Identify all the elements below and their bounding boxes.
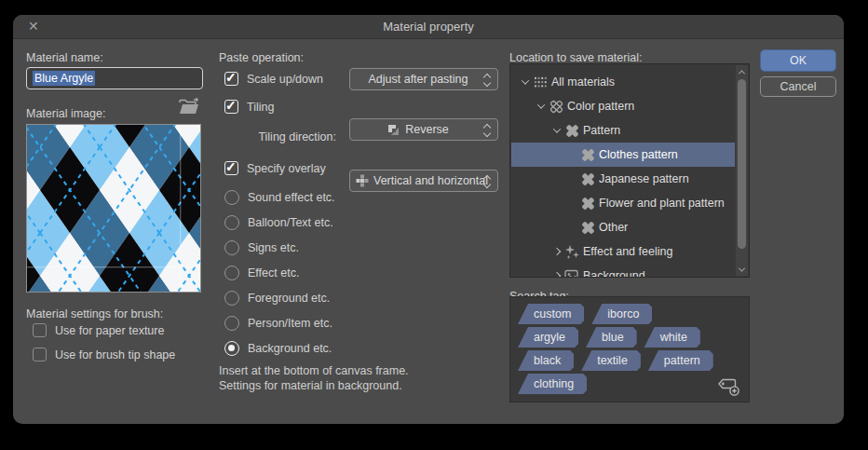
image-icon bbox=[563, 268, 580, 278]
paste-operation-label: Paste operation: bbox=[219, 51, 304, 64]
tree-item-pattern[interactable]: Pattern bbox=[511, 118, 735, 143]
checkbox-label: Use for brush tip shape bbox=[55, 348, 175, 361]
tree-item-label: Flower and plant pattern bbox=[599, 197, 725, 210]
scrollbar-thumb[interactable] bbox=[738, 79, 746, 249]
stepper-chevrons-icon[interactable] bbox=[483, 122, 493, 139]
radio-circle[interactable] bbox=[224, 341, 239, 356]
tiles-icon bbox=[356, 174, 369, 187]
reverse-dropdown[interactable]: Reverse bbox=[349, 118, 498, 141]
tree-item-label: Pattern bbox=[583, 124, 620, 137]
tree-item-effect-and-feeling[interactable]: Effect and feeling bbox=[511, 239, 735, 264]
material-name-input[interactable]: Blue Argyle bbox=[26, 67, 203, 89]
dropdown-value: Adjust after pasting bbox=[368, 73, 468, 86]
tree-item-label: Japanese pattern bbox=[599, 172, 689, 185]
radio-effect-etc[interactable]: Effect etc. bbox=[224, 260, 335, 285]
cancel-button[interactable]: Cancel bbox=[760, 76, 836, 97]
tiling-direction-label: Tiling direction: bbox=[243, 130, 336, 143]
checkbox-box[interactable] bbox=[33, 323, 47, 337]
tree-scrollbar[interactable] bbox=[736, 65, 748, 276]
tree-item-all-materials[interactable]: All materials bbox=[511, 70, 735, 94]
titlebar: ✕ Material property bbox=[13, 15, 844, 39]
radio-balloon-text-etc[interactable]: Balloon/Text etc. bbox=[224, 210, 335, 235]
dialog-title: Material property bbox=[383, 20, 474, 34]
radio-circle[interactable] bbox=[224, 215, 239, 230]
tag-black[interactable]: black bbox=[518, 350, 574, 371]
checkbox-use-for-paper-texture[interactable]: Use for paper texture bbox=[33, 323, 164, 337]
checkbox-scale-up-down[interactable]: Scale up/down bbox=[224, 72, 323, 86]
flip-icon bbox=[387, 124, 400, 136]
grid-icon bbox=[532, 75, 549, 89]
chevron-down-icon[interactable] bbox=[519, 79, 532, 85]
tag-white[interactable]: white bbox=[644, 327, 700, 348]
tag-blue[interactable]: blue bbox=[586, 327, 637, 348]
pattern-solid-icon bbox=[579, 220, 596, 235]
tree-item-color-pattern[interactable]: Color pattern bbox=[511, 94, 735, 118]
radio-person-item-etc[interactable]: Person/Item etc. bbox=[224, 310, 335, 335]
tag-custom[interactable]: custom bbox=[518, 304, 584, 324]
tag-clothing[interactable]: clothing bbox=[518, 374, 587, 394]
checkbox-specify-overlay[interactable]: Specify overlay bbox=[224, 161, 326, 175]
tree-item-label: Other bbox=[599, 221, 628, 234]
checkbox-label: Tiling bbox=[247, 101, 274, 114]
stepper-chevrons-icon[interactable] bbox=[483, 173, 493, 190]
search-tag-panel: customiborcoargylebluewhiteblacktextilep… bbox=[509, 296, 750, 402]
dropdown-value: Reverse bbox=[405, 123, 449, 136]
stepper-chevrons-icon[interactable] bbox=[483, 72, 493, 89]
tag-textile[interactable]: textile bbox=[581, 350, 641, 371]
note-line-1: Insert at the bottom of canvas frame. bbox=[219, 363, 409, 378]
save-location-tree: All materialsColor patternPatternClothes… bbox=[509, 63, 750, 278]
tag-argyle[interactable]: argyle bbox=[518, 327, 578, 348]
tree-item-clothes-pattern[interactable]: Clothes pattern bbox=[511, 143, 735, 167]
close-icon[interactable]: ✕ bbox=[28, 19, 39, 34]
adjust-after-pasting-dropdown[interactable]: Adjust after pasting bbox=[349, 68, 498, 90]
radio-background-etc[interactable]: Background etc. bbox=[224, 335, 335, 361]
material-property-dialog: ✕ Material property Material name: Blue … bbox=[13, 15, 844, 424]
tree-item-flower-and-plant-pattern[interactable]: Flower and plant pattern bbox=[511, 191, 735, 215]
tag-row: customiborco bbox=[518, 304, 741, 324]
checkbox-tiling[interactable]: Tiling bbox=[224, 100, 274, 114]
tree-item-japanese-pattern[interactable]: Japanese pattern bbox=[511, 167, 735, 191]
radio-label: Person/Item etc. bbox=[248, 317, 332, 330]
open-folder-icon[interactable] bbox=[177, 97, 201, 117]
pattern-solid-icon bbox=[579, 147, 596, 162]
checkbox-box[interactable] bbox=[224, 72, 238, 86]
checkbox-label: Use for paper texture bbox=[55, 324, 164, 337]
tag-pattern[interactable]: pattern bbox=[648, 350, 713, 371]
radio-label: Background etc. bbox=[248, 342, 332, 355]
tree-item-background[interactable]: Background bbox=[511, 264, 735, 278]
tiling-direction-dropdown[interactable]: Vertical and horizontal bbox=[349, 170, 498, 192]
scroll-up-icon[interactable] bbox=[736, 65, 748, 78]
radio-circle[interactable] bbox=[224, 316, 239, 331]
tree-item-other[interactable]: Other bbox=[511, 215, 735, 239]
chevron-right-icon[interactable] bbox=[550, 249, 563, 254]
radio-circle[interactable] bbox=[224, 190, 239, 205]
tag-row: argylebluewhite bbox=[518, 327, 741, 348]
radio-label: Balloon/Text etc. bbox=[248, 216, 333, 229]
chevron-down-icon[interactable] bbox=[550, 128, 563, 133]
tag-row: blacktextilepattern bbox=[518, 350, 741, 371]
radio-circle[interactable] bbox=[224, 240, 239, 255]
tag-iborco[interactable]: iborco bbox=[591, 304, 652, 324]
checkbox-box[interactable] bbox=[224, 100, 238, 114]
checkbox-box[interactable] bbox=[33, 348, 47, 361]
checkbox-use-for-brush-tip-shape[interactable]: Use for brush tip shape bbox=[33, 348, 175, 361]
radio-sound-effect-etc[interactable]: Sound effect etc. bbox=[224, 184, 335, 210]
ok-button[interactable]: OK bbox=[760, 49, 836, 72]
radio-signs-etc[interactable]: Signs etc. bbox=[224, 235, 335, 260]
chevron-down-icon[interactable] bbox=[535, 103, 548, 109]
radio-foreground-etc[interactable]: Foreground etc. bbox=[224, 285, 335, 310]
radio-circle[interactable] bbox=[224, 291, 239, 306]
chevron-right-icon[interactable] bbox=[550, 273, 563, 278]
tree-item-label: Effect and feeling bbox=[583, 245, 672, 258]
scroll-down-icon[interactable] bbox=[736, 263, 748, 276]
material-name-value: Blue Argyle bbox=[33, 71, 95, 86]
pattern-solid-icon bbox=[579, 171, 596, 186]
checkbox-box[interactable] bbox=[224, 161, 238, 175]
tree-item-label: Clothes pattern bbox=[599, 148, 678, 161]
radio-label: Effect etc. bbox=[248, 266, 299, 280]
sparkle-icon bbox=[563, 244, 580, 259]
radio-circle[interactable] bbox=[224, 266, 239, 280]
overlay-radio-group: Sound effect etc.Balloon/Text etc.Signs … bbox=[224, 184, 335, 361]
material-name-label: Material name: bbox=[26, 51, 103, 64]
add-tag-icon[interactable] bbox=[716, 376, 740, 397]
